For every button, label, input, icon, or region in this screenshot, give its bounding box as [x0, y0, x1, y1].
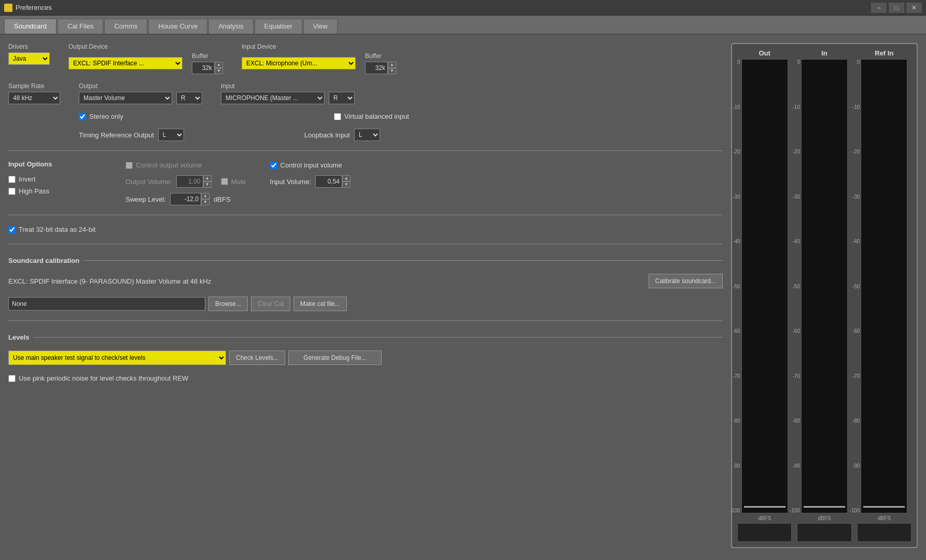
tab-comms[interactable]: Comms [104, 19, 147, 34]
browse-button[interactable]: Browse... [208, 297, 248, 311]
tab-equaliser[interactable]: Equaliser [255, 19, 302, 34]
control-output-vol-label: Control output volume [136, 161, 202, 169]
soundcard-cal-title: Soundcard calibration [8, 257, 79, 264]
control-input-vol-row: Control input volume [270, 161, 351, 169]
output-vol-input[interactable] [176, 175, 203, 188]
input-options-row: Input Options Invert High Pass Control o… [8, 160, 723, 205]
mute-row: Mute [221, 178, 246, 186]
high-pass-checkbox[interactable] [8, 188, 16, 195]
input-vol-down[interactable]: ▼ [342, 181, 350, 188]
input-vol-up[interactable]: ▲ [342, 175, 350, 181]
in-meter-indicator [804, 506, 845, 508]
virtual-balanced-row: Virtual balanced input [334, 113, 409, 120]
input-vol-spinner: ▲ ▼ [315, 175, 350, 188]
output-buffer-input[interactable] [192, 62, 215, 74]
tab-house-curve[interactable]: House Curve [148, 19, 207, 34]
input-ch-r-select[interactable]: R [329, 92, 355, 104]
out-meter-container: 0 -10 -20 -30 -40 -50 -60 -70 -80 -90 -1… [741, 59, 788, 513]
output-vol-label: Output Volume: [125, 178, 172, 186]
output-vol-up[interactable]: ▲ [203, 175, 212, 181]
output-buffer-label: Buffer [192, 52, 223, 60]
input-channel-group: Input MICROPHONE (Master ... R [221, 82, 355, 104]
ref-in-meter-container: 0 -10 -20 -30 -40 -50 -60 -70 -80 -90 -1… [861, 59, 907, 513]
drivers-select[interactable]: Java [8, 52, 50, 65]
in-meter: In 0 -10 -20 -30 -40 -50 -60 -70 -80 -90… [797, 49, 851, 542]
input-device-select[interactable]: EXCL: Microphone (Um... [242, 57, 356, 69]
levels-title: Levels [8, 333, 29, 341]
control-input-vol-checkbox[interactable] [270, 162, 277, 169]
stereo-only-label: Stereo only [89, 113, 123, 120]
sweep-level-input[interactable] [170, 193, 201, 205]
ref-in-meter-track [861, 59, 907, 513]
input-vol-input[interactable] [315, 175, 342, 188]
in-meter-scale: 0 -10 -20 -30 -40 -50 -60 -70 -80 -90 -1… [787, 59, 800, 513]
control-output-vol-checkbox[interactable] [125, 162, 133, 169]
make-cal-button[interactable]: Make cal file... [293, 297, 347, 311]
timing-ref-label: Timing Reference Output [79, 131, 154, 139]
output-buffer-up[interactable]: ▲ [215, 62, 223, 68]
cal-description-row: EXCL: SPDIF Interface (9- PARASOUND) Mas… [8, 274, 723, 288]
input-buffer-down[interactable]: ▼ [388, 68, 396, 74]
soundcard-cal-header-row: Soundcard calibration [8, 257, 723, 264]
timing-ref-select[interactable]: L [158, 129, 184, 141]
title-bar: Preferences – □ ✕ [0, 0, 926, 16]
input-vol-btns: ▲ ▼ [342, 175, 350, 188]
invert-row: Invert [8, 175, 112, 183]
loopback-label: Loopback input [304, 131, 350, 139]
output-device-select[interactable]: EXCL: SPDIF Interface ... [68, 57, 183, 69]
input-device-label: Input Device [242, 43, 396, 50]
tab-cal-files[interactable]: Cal Files [58, 19, 104, 34]
levels-dropdown[interactable]: Use main speaker test signal to check/se… [8, 351, 226, 365]
pink-noise-label: Use pink periodic noise for level checks… [19, 374, 188, 382]
tab-soundcard[interactable]: Soundcard [4, 19, 57, 34]
tab-view[interactable]: View [303, 19, 338, 34]
mute-label: Mute [231, 178, 246, 186]
virtual-balanced-label: Virtual balanced input [344, 113, 409, 120]
stereo-only-row: Stereo only [79, 113, 183, 120]
tab-analysis[interactable]: Analysis [208, 19, 253, 34]
levels-row: Use main speaker test signal to check/se… [8, 351, 723, 365]
input-buffer-group: Buffer ▲ ▼ [365, 52, 396, 74]
output-ch-r-select[interactable]: R [176, 92, 202, 104]
input-buffer-spinner: ▲ ▼ [365, 62, 396, 74]
sweep-level-down[interactable]: ▼ [201, 199, 209, 205]
output-buffer-group: Buffer ▲ ▼ [192, 52, 223, 74]
pink-noise-checkbox[interactable] [8, 375, 16, 382]
stereo-only-checkbox[interactable] [79, 113, 86, 120]
treat-32bit-row: Treat 32-bit data as 24-bit [8, 226, 723, 233]
out-meter-track [741, 59, 788, 513]
treat-32bit-checkbox[interactable] [8, 226, 16, 233]
cal-file-input[interactable] [8, 297, 205, 311]
sweep-level-unit: dBFS [214, 195, 231, 203]
input-buffer-up[interactable]: ▲ [388, 62, 396, 68]
sweep-level-spinner: ▲ ▼ [170, 193, 209, 205]
sweep-level-row: Sweep Level: ▲ ▼ dBFS [125, 193, 246, 205]
control-input-vol-label: Control input volume [280, 161, 342, 169]
clear-cal-button[interactable]: Clear Cal [251, 297, 290, 311]
input-buffer-input[interactable] [365, 62, 388, 74]
check-levels-button[interactable]: Check Levels... [229, 351, 285, 365]
sample-rate-select[interactable]: 48 kHz [8, 92, 60, 104]
invert-checkbox[interactable] [8, 176, 16, 183]
stereo-virtual-row: Stereo only Virtual balanced input [8, 111, 723, 121]
ref-in-meter: Ref In 0 -10 -20 -30 -40 -50 -60 -70 -80… [857, 49, 911, 542]
input-options-group: Input Options Invert High Pass [8, 160, 112, 196]
sweep-level-up[interactable]: ▲ [201, 193, 209, 199]
in-meter-bottom [797, 523, 851, 542]
mute-checkbox[interactable] [221, 178, 228, 185]
input-channel-select[interactable]: MICROPHONE (Master ... [221, 92, 325, 104]
output-vol-down[interactable]: ▼ [203, 181, 212, 188]
output-buffer-down[interactable]: ▼ [215, 68, 223, 74]
close-button[interactable]: ✕ [906, 3, 922, 13]
maximize-button[interactable]: □ [889, 3, 904, 13]
calibrate-button[interactable]: Calibrate soundcard... [649, 274, 723, 288]
virtual-balanced-checkbox[interactable] [334, 113, 341, 120]
app-icon [4, 4, 12, 12]
in-meter-track [801, 59, 848, 513]
divider2 [8, 215, 723, 215]
generate-debug-button[interactable]: Generate Debug File... [288, 351, 382, 365]
minimize-button[interactable]: – [871, 3, 887, 13]
output-channel-select[interactable]: Master Volume [79, 92, 172, 104]
loopback-select[interactable]: L [354, 129, 380, 141]
out-meter-dbfs: dBFS [758, 515, 771, 521]
